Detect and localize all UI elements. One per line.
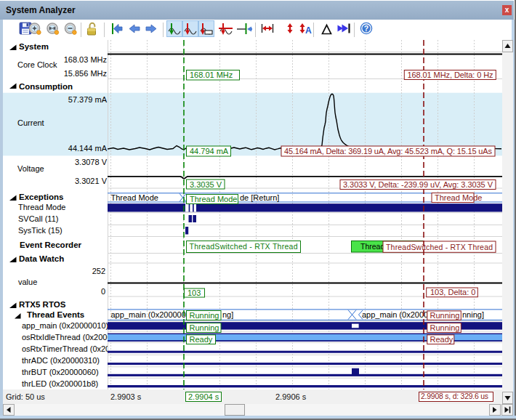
svg-text:Voltage: Voltage [17,164,44,173]
svg-text:168.01 MHz, Delta: 0 Hz: 168.01 MHz, Delta: 0 Hz [408,70,493,79]
svg-text:103, Delta: 0: 103, Delta: 0 [430,288,475,296]
svg-text:3.3033 V, Delta: -239.99 uV, A: 3.3033 V, Delta: -239.99 uV, Avg: 3.3035… [343,180,493,189]
svg-text:thrLED (0x200001b8): thrLED (0x200001b8) [22,379,98,388]
svg-text:Event Recorder: Event Recorder [20,241,82,249]
svg-text:3.3021 V: 3.3021 V [75,177,108,185]
svg-text:Thread Mode: Thread Mode [190,195,237,203]
svg-text:value: value [18,278,37,286]
svg-text:Data Watch: Data Watch [19,254,64,263]
svg-text:Consumption: Consumption [19,82,73,91]
svg-text:app_main (0x2000: app_main (0x2000 [362,310,428,319]
svg-text:Ready: Ready [430,335,453,344]
svg-text:SVCall (11): SVCall (11) [18,214,58,223]
svg-text:44.144 mA: 44.144 mA [68,144,108,153]
svg-text:Running: Running [190,311,219,320]
svg-text:app_main (0x20000010): app_main (0x20000010) [22,321,108,330]
svg-text:15.856 MHz: 15.856 MHz [64,69,107,78]
svg-text:ThreadSwitched - RTX Thread: ThreadSwitched - RTX Thread [190,242,298,251]
svg-text:3.3035 V: 3.3035 V [190,180,222,189]
svg-text:Core Clock: Core Clock [17,60,57,69]
svg-text:Exceptions: Exceptions [19,193,63,201]
svg-text:de [Return]: de [Return] [240,193,279,202]
svg-text:thrADC (0x20000310): thrADC (0x20000310) [22,356,100,365]
svg-text:osRtxIdleThread (0x20000: osRtxIdleThread (0x20000 [22,333,116,342]
svg-text:Running: Running [430,323,460,332]
svg-text:168.01 MHz: 168.01 MHz [190,70,233,79]
svg-text:?: ? [364,24,368,33]
svg-text:osRtxTimerThread (0x2000: osRtxTimerThread (0x2000 [22,344,118,353]
svg-text:nning]: nning] [462,310,484,319]
svg-text:SysTick (15): SysTick (15) [18,226,63,235]
svg-text:A: A [305,25,312,36]
svg-text:168.03 MHz: 168.03 MHz [64,55,107,64]
svg-text:3.3078 V: 3.3078 V [75,158,108,166]
svg-text:ThreadSwitched - RTX Thread: ThreadSwitched - RTX Thread [386,243,493,251]
svg-text:Ready: Ready [190,335,213,344]
svg-text:Running: Running [430,311,460,320]
svg-text:45.164 mA, Delta: 369.19 uA, A: 45.164 mA, Delta: 369.19 uA, Avg: 45.523… [284,147,493,156]
svg-text:Thread Mode: Thread Mode [111,193,158,202]
svg-text:103: 103 [188,288,201,297]
svg-text:57.379 mA: 57.379 mA [68,95,108,104]
svg-text:44.794 mA: 44.794 mA [190,147,229,156]
svg-text:app_main (0x2000001: app_main (0x2000001 [111,310,190,319]
svg-text:Running: Running [190,323,219,332]
svg-text:thrBUT (0x20000060): thrBUT (0x20000060) [22,368,99,376]
svg-text:System: System [19,42,49,51]
svg-text:Thread Events: Thread Events [27,310,84,319]
svg-text:Current: Current [17,118,44,127]
svg-text:252: 252 [92,267,105,275]
svg-text:RTX5 RTOS: RTX5 RTOS [19,300,66,309]
svg-text:0: 0 [101,287,105,296]
svg-text:Thread Mode: Thread Mode [18,203,65,211]
svg-text:ng]: ng] [222,310,233,319]
svg-text:Thread Mode: Thread Mode [435,193,482,202]
